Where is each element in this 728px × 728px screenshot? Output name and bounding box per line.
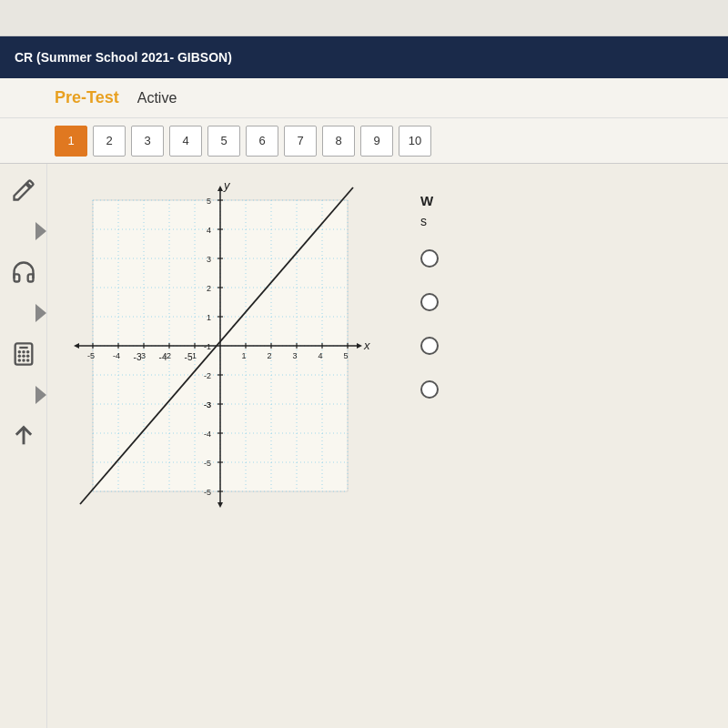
coordinate-graph: x y -5 -4 -3 — [66, 182, 375, 528]
headphones-icon[interactable] — [6, 255, 41, 289]
svg-text:-1: -1 — [204, 342, 211, 351]
svg-marker-37 — [74, 343, 79, 349]
answer-option-2[interactable] — [420, 293, 710, 311]
question-btn-3[interactable]: 3 — [131, 126, 164, 157]
svg-text:-2: -2 — [164, 351, 171, 360]
question-btn-10[interactable]: 10 — [399, 126, 431, 157]
question-btn-5[interactable]: 5 — [207, 126, 240, 157]
svg-text:-4: -4 — [204, 430, 211, 439]
pre-test-label: Pre-Test — [55, 88, 119, 107]
calculator-icon[interactable] — [6, 337, 41, 371]
svg-text:4: 4 — [207, 226, 211, 235]
content-area: x y -5 -4 -3 — [47, 164, 728, 728]
svg-text:1: 1 — [241, 351, 246, 360]
radio-4[interactable] — [420, 380, 439, 399]
radio-2[interactable] — [420, 293, 439, 311]
svg-text:2: 2 — [267, 351, 271, 360]
question-text-line1: W — [420, 191, 710, 212]
question-btn-1[interactable]: 1 — [55, 126, 87, 157]
svg-text:-2: -2 — [204, 371, 211, 380]
question-text: W s — [420, 191, 710, 231]
graph-container: x y -5 -4 -3 — [66, 182, 393, 719]
svg-text:-5: -5 — [204, 488, 211, 497]
svg-text:5: 5 — [343, 351, 348, 360]
left-sidebar — [0, 164, 47, 728]
question-text-line2: s — [420, 212, 710, 231]
main-content: x y -5 -4 -3 — [0, 164, 728, 728]
active-label: Active — [137, 90, 177, 106]
svg-text:-1: -1 — [189, 351, 197, 360]
svg-text:-3: -3 — [138, 351, 146, 360]
pencil-icon[interactable] — [6, 173, 41, 207]
svg-marker-36 — [357, 343, 362, 349]
app-header: CR (Summer School 2021- GIBSON) — [0, 36, 728, 78]
svg-text:3: 3 — [207, 255, 211, 264]
svg-text:1: 1 — [207, 313, 211, 322]
svg-text:-3: -3 — [204, 400, 211, 410]
answer-option-4[interactable] — [420, 380, 710, 399]
answer-option-3[interactable] — [420, 337, 710, 355]
question-btn-2[interactable]: 2 — [93, 126, 126, 157]
svg-text:3: 3 — [292, 351, 297, 360]
question-btn-8[interactable]: 8 — [322, 126, 355, 157]
browser-top-bar — [0, 0, 728, 36]
app-title: CR (Summer School 2021- GIBSON) — [15, 50, 232, 65]
x-axis-label: x — [363, 339, 370, 352]
question-btn-9[interactable]: 9 — [360, 126, 393, 157]
question-btn-7[interactable]: 7 — [284, 126, 317, 157]
radio-1[interactable] — [420, 249, 439, 268]
svg-text:2: 2 — [207, 284, 211, 293]
svg-text:-5: -5 — [204, 459, 211, 468]
question-btn-4[interactable]: 4 — [169, 126, 202, 157]
svg-text:4: 4 — [318, 351, 322, 360]
question-area: W s — [411, 182, 719, 719]
svg-text:5: 5 — [207, 197, 211, 206]
question-btn-6[interactable]: 6 — [246, 126, 278, 157]
svg-marker-40 — [217, 502, 223, 508]
svg-text:-4: -4 — [113, 351, 120, 360]
question-number-row: 12345678910 — [0, 118, 728, 164]
sub-header: Pre-Test Active — [0, 78, 728, 118]
y-axis-label: y — [223, 182, 231, 192]
up-arrow-icon[interactable] — [6, 419, 41, 453]
answer-option-1[interactable] — [420, 249, 710, 268]
svg-marker-39 — [217, 186, 223, 191]
radio-3[interactable] — [420, 337, 439, 355]
answer-options — [420, 249, 710, 399]
svg-text:-5: -5 — [87, 351, 95, 360]
